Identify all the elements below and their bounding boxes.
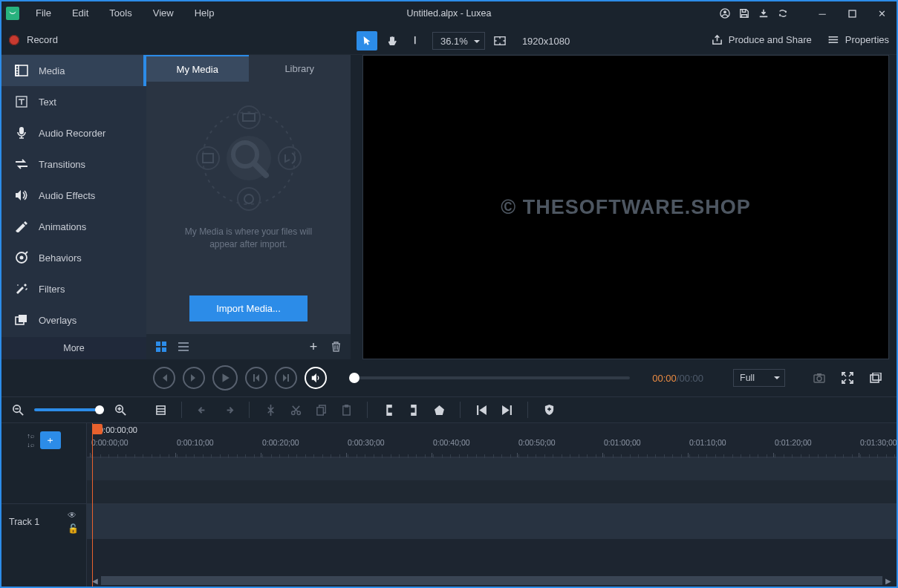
- timeline-scrollbar: ◀ ▶: [91, 576, 893, 585]
- mark-in-icon[interactable]: [380, 401, 397, 419]
- timeline: ↑⌕ ↓⌕ ＋ Track 1 👁 🔓 0:00:00;00: [1, 423, 897, 587]
- import-media-button[interactable]: Import Media...: [189, 295, 308, 321]
- track-lane-2[interactable]: [87, 480, 897, 503]
- cut-icon[interactable]: [287, 401, 305, 419]
- save-icon[interactable]: [735, 1, 754, 25]
- timeline-ruler: 0:00:00;00 0:00:00;000:00:10;000:00:20;0…: [87, 423, 897, 457]
- fit-timeline-icon[interactable]: [152, 401, 169, 419]
- sidebar-item-audio-recorder[interactable]: Audio Recorder: [1, 117, 146, 148]
- redo-icon[interactable]: [219, 401, 237, 419]
- undo-icon[interactable]: [194, 401, 212, 419]
- visibility-icon[interactable]: 👁: [68, 510, 79, 520]
- svg-point-23: [197, 147, 219, 169]
- menu-help[interactable]: Help: [184, 2, 225, 24]
- timeline-tracks-area[interactable]: 0:00:00;00 0:00:00;000:00:10;000:00:20;0…: [87, 423, 897, 587]
- go-end-button[interactable]: [275, 367, 297, 389]
- playhead-handle[interactable]: [92, 424, 103, 434]
- svg-rect-34: [873, 373, 881, 380]
- scroll-down-icon[interactable]: ↓⌕: [27, 441, 34, 448]
- prev-frame-button[interactable]: [153, 367, 175, 389]
- sync-icon[interactable]: [773, 1, 793, 25]
- produce-and-share[interactable]: Produce and Share: [712, 34, 812, 45]
- svg-line-39: [122, 411, 126, 415]
- trash-icon[interactable]: [328, 339, 343, 354]
- scrollbar-thumb[interactable]: [101, 576, 882, 585]
- list-view-icon[interactable]: [176, 339, 191, 354]
- preview-zoom-select[interactable]: 36.1%: [432, 32, 485, 50]
- track-1-header[interactable]: Track 1 👁 🔓: [1, 503, 86, 539]
- crop-tool[interactable]: [407, 31, 428, 50]
- svg-point-42: [297, 411, 300, 414]
- record-button[interactable]: Record: [9, 34, 58, 45]
- sidebar-item-media[interactable]: Media: [1, 55, 146, 86]
- sidebar-item-animations[interactable]: Animations: [1, 211, 146, 242]
- window-maximize[interactable]: [837, 1, 867, 25]
- shield-icon[interactable]: [540, 401, 558, 419]
- sidebar-item-audio-effects[interactable]: Audio Effects: [1, 180, 146, 211]
- marker-icon[interactable]: [430, 401, 448, 419]
- sidebar-item-text[interactable]: Text: [1, 86, 146, 117]
- svg-rect-40: [156, 405, 164, 414]
- ruler-tick: 0:00:30;00: [348, 438, 433, 447]
- sidebar-more[interactable]: More: [1, 337, 146, 359]
- fullscreen-icon[interactable]: [837, 368, 858, 388]
- app-logo-icon: [6, 7, 19, 20]
- menu-file[interactable]: File: [25, 2, 62, 24]
- playhead-line[interactable]: [92, 423, 93, 587]
- window-close[interactable]: ✕: [867, 1, 897, 25]
- menu-edit[interactable]: Edit: [62, 2, 99, 24]
- media-panel-footer: +: [146, 334, 351, 359]
- properties-button[interactable]: Properties: [828, 34, 889, 45]
- tab-library[interactable]: Library: [249, 55, 351, 82]
- playback-thumb[interactable]: [349, 373, 359, 383]
- jump-prev-icon[interactable]: [472, 401, 490, 419]
- timeline-toolbar: [1, 396, 897, 423]
- add-track-button[interactable]: ＋: [40, 431, 61, 449]
- paste-icon[interactable]: [337, 401, 355, 419]
- sidebar-item-overlays[interactable]: Overlays: [1, 304, 146, 336]
- zoom-out-icon[interactable]: [9, 401, 27, 419]
- jump-next-icon[interactable]: [498, 401, 515, 419]
- scroll-left-icon[interactable]: ◀: [91, 576, 100, 585]
- detach-icon[interactable]: [865, 368, 886, 388]
- lock-icon[interactable]: 🔓: [68, 523, 79, 534]
- sidebar-item-transitions[interactable]: Transitions: [1, 148, 146, 180]
- scroll-up-icon[interactable]: ↑⌕: [27, 432, 34, 440]
- mark-out-icon[interactable]: [405, 401, 423, 419]
- svg-point-1: [723, 10, 726, 13]
- ruler-tick: 0:01:00;00: [604, 438, 689, 447]
- window-minimize[interactable]: ─: [807, 1, 837, 25]
- hand-tool[interactable]: [382, 31, 403, 50]
- track-1-lane[interactable]: [87, 503, 897, 539]
- volume-button[interactable]: [305, 367, 327, 389]
- scroll-right-icon[interactable]: ▶: [884, 576, 893, 585]
- split-icon[interactable]: [261, 401, 279, 419]
- go-start-button[interactable]: [245, 367, 267, 389]
- copy-icon[interactable]: [312, 401, 330, 419]
- play-button[interactable]: [212, 365, 238, 391]
- sidebar-item-filters[interactable]: Filters: [1, 273, 146, 304]
- playback-slider[interactable]: [349, 376, 630, 379]
- transitions-icon: [15, 157, 28, 171]
- behaviors-icon: [15, 251, 28, 264]
- preview-canvas[interactable]: © THESOFTWARE.SHOP: [362, 55, 889, 359]
- download-icon[interactable]: [754, 1, 773, 25]
- preview-mode-select[interactable]: Full: [733, 369, 785, 387]
- track-lane-1[interactable]: [87, 457, 897, 480]
- sidebar-item-behaviors[interactable]: Behaviors: [1, 242, 146, 273]
- next-frame-button[interactable]: [183, 367, 205, 389]
- cursor-tool[interactable]: [357, 31, 377, 50]
- menu-view[interactable]: View: [143, 2, 184, 24]
- timeline-zoom-slider[interactable]: [34, 408, 104, 411]
- zoom-in-icon[interactable]: [111, 401, 129, 419]
- snapshot-icon[interactable]: [809, 368, 830, 388]
- menu-tools[interactable]: Tools: [99, 2, 142, 24]
- account-icon[interactable]: [715, 1, 735, 25]
- aspect-icon[interactable]: [489, 31, 510, 50]
- add-icon[interactable]: +: [306, 339, 321, 354]
- tab-my-media[interactable]: My Media: [146, 55, 249, 82]
- svg-point-19: [238, 106, 260, 128]
- category-sidebar: Media Text Audio Recorder Transitions Au…: [1, 55, 146, 359]
- resolution-label: 1920x1080: [522, 36, 570, 47]
- grid-view-icon[interactable]: [154, 339, 169, 354]
